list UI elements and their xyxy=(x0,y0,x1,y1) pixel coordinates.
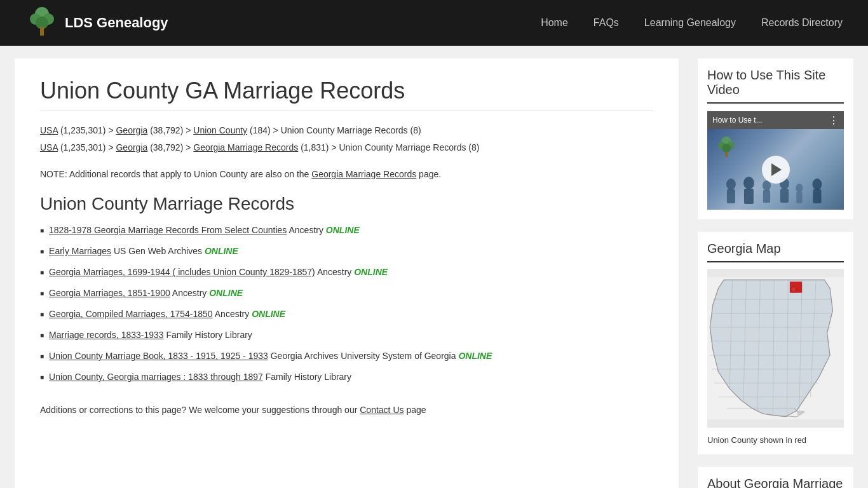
breadcrumb-usa-2[interactable]: USA xyxy=(40,142,58,152)
play-button[interactable] xyxy=(762,156,790,184)
video-section-title: How to Use This Site Video xyxy=(707,68,844,104)
main-content: Union County GA Marriage Records USA (1,… xyxy=(15,58,679,488)
content-area: Union County GA Marriage Records USA (1,… xyxy=(15,46,853,488)
logo-area[interactable]: LDS Genealogy xyxy=(25,6,168,39)
list-item: Georgia Marriages, 1851-1900 Ancestry ON… xyxy=(40,287,653,300)
nav-learning[interactable]: Learning Genealogy xyxy=(644,17,736,29)
svg-point-18 xyxy=(796,184,803,193)
breadcrumb-1: USA (1,235,301) > Georgia (38,792) > Uni… xyxy=(40,124,653,137)
breadcrumb-georgia-2[interactable]: Georgia xyxy=(116,142,147,152)
record-link-3[interactable]: Georgia Marriages, 1851-1900 xyxy=(49,288,170,298)
record-link-6[interactable]: Union County Marriage Book, 1833 - 1915,… xyxy=(49,351,268,361)
video-bar: How to Use t... ⋮ xyxy=(707,111,844,129)
list-item: 1828-1978 Georgia Marriage Records From … xyxy=(40,224,653,237)
page-wrapper: Union County GA Marriage Records USA (1,… xyxy=(0,46,868,488)
list-item: Georgia Marriages, 1699-1944 ( includes … xyxy=(40,266,653,279)
svg-rect-13 xyxy=(744,189,754,204)
svg-point-20 xyxy=(812,179,822,190)
contact-us-link[interactable]: Contact Us xyxy=(360,405,403,415)
breadcrumb-union-county-1[interactable]: Union County xyxy=(193,125,247,135)
breadcrumb-georgia-1[interactable]: Georgia xyxy=(116,125,147,135)
breadcrumb-usa-1[interactable]: USA xyxy=(40,125,58,135)
record-link-7[interactable]: Union County, Georgia marriages : 1833 t… xyxy=(49,372,263,382)
record-link-2[interactable]: Georgia Marriages, 1699-1944 ( includes … xyxy=(49,267,315,277)
note-text: NOTE: Additional records that apply to U… xyxy=(40,167,653,181)
video-section: How to Use This Site Video How to Use t.… xyxy=(698,58,853,219)
sidebar: How to Use This Site Video How to Use t.… xyxy=(698,58,853,488)
main-nav: Home FAQs Learning Genealogy Records Dir… xyxy=(541,17,843,29)
corrections-text: Additions or corrections to this page? W… xyxy=(40,403,653,417)
logo-text: LDS Genealogy xyxy=(65,15,168,31)
video-tree-icon xyxy=(714,135,739,161)
list-item: Union County Marriage Book, 1833 - 1915,… xyxy=(40,349,653,363)
breadcrumb-2: USA (1,235,301) > Georgia (38,792) > Geo… xyxy=(40,141,653,154)
svg-rect-17 xyxy=(780,189,789,203)
video-preview xyxy=(707,129,844,210)
records-list: 1828-1978 Georgia Marriage Records From … xyxy=(40,224,653,384)
list-item: Early Marriages US Gen Web Archives ONLI… xyxy=(40,245,653,258)
nav-home[interactable]: Home xyxy=(541,17,568,29)
svg-point-41 xyxy=(791,287,797,292)
play-icon xyxy=(771,163,782,176)
svg-rect-11 xyxy=(727,189,735,203)
about-section: About Georgia Marriage Records Marriage … xyxy=(698,467,853,488)
map-section-title: Georgia Map xyxy=(707,241,844,262)
map-section: Georgia Map xyxy=(698,232,853,454)
note-gmr-link[interactable]: Georgia Marriage Records xyxy=(311,169,416,179)
record-link-5[interactable]: Marriage records, 1833-1933 xyxy=(49,330,164,340)
breadcrumb-georgia-marriage-records[interactable]: Georgia Marriage Records xyxy=(193,142,298,152)
nav-faqs[interactable]: FAQs xyxy=(593,17,619,29)
svg-rect-21 xyxy=(813,189,821,203)
georgia-map-svg[interactable] xyxy=(707,269,844,428)
list-item: Marriage records, 1833-1933 Family Histo… xyxy=(40,329,653,342)
page-title: Union County GA Marriage Records xyxy=(40,78,653,111)
svg-rect-15 xyxy=(763,190,770,203)
svg-point-8 xyxy=(722,144,731,152)
map-caption: Union County shown in red xyxy=(707,435,844,445)
logo-tree-icon xyxy=(25,6,58,39)
list-item: Georgia, Compiled Marriages, 1754-1850 A… xyxy=(40,308,653,321)
nav-records[interactable]: Records Directory xyxy=(761,17,843,29)
record-link-0[interactable]: 1828-1978 Georgia Marriage Records From … xyxy=(49,225,287,235)
list-item: Union County, Georgia marriages : 1833 t… xyxy=(40,370,653,384)
record-link-4[interactable]: Georgia, Compiled Marriages, 1754-1850 xyxy=(49,309,213,319)
record-link-1[interactable]: Early Marriages xyxy=(49,246,111,256)
svg-point-10 xyxy=(726,179,736,190)
video-thumbnail[interactable]: How to Use t... ⋮ xyxy=(707,111,844,210)
svg-rect-19 xyxy=(796,192,802,203)
video-more-icon: ⋮ xyxy=(829,114,839,126)
site-header: LDS Genealogy Home FAQs Learning Genealo… xyxy=(0,0,868,46)
about-section-title: About Georgia Marriage Records xyxy=(707,477,844,488)
svg-point-12 xyxy=(743,177,754,189)
section-title: Union County Marriage Records xyxy=(40,194,653,214)
svg-rect-4 xyxy=(40,27,44,36)
video-bar-title: How to Use t... xyxy=(712,116,763,125)
svg-rect-9 xyxy=(725,152,728,157)
